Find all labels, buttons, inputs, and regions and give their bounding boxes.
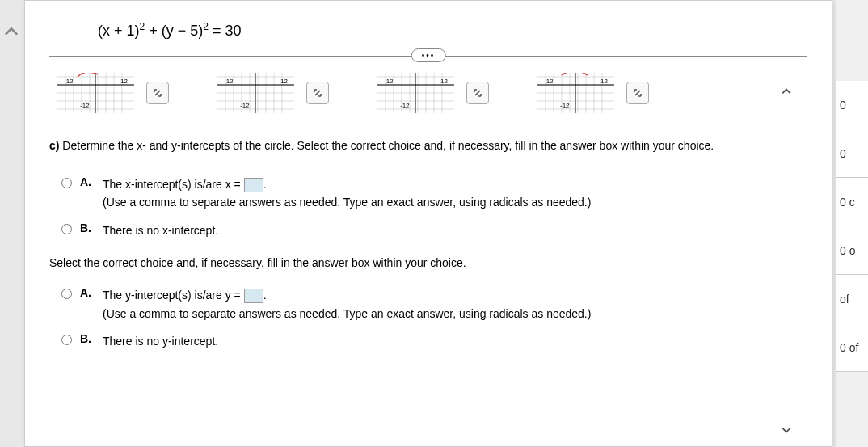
scroll-down-inner-button[interactable] [782,424,791,434]
sidebar-cell[interactable]: 0 [836,129,868,178]
y-intercept-choices: A. The y-intercept(s) is/are y = . (Use … [49,277,807,363]
svg-text:-12: -12 [400,102,410,109]
svg-text:12: 12 [120,78,128,85]
svg-text:-12: -12 [240,102,250,109]
expand-icon [472,87,483,99]
sidebar-cell[interactable]: 0 [836,81,868,129]
graph-thumbnail-1[interactable]: -12 12 -12 [57,73,134,113]
question-c-text: c) Determine the x- and y-intercepts of … [49,133,807,167]
x-intercept-radio-a[interactable] [61,178,72,188]
section-divider: ••• [49,56,807,57]
x-intercept-choices: A. The x-intercept(s) is/are x = . (Use … [49,167,807,252]
main-content-panel: (x + 1)2 + (y − 5)2 = 30 ••• -12 [24,0,832,447]
sidebar-cell[interactable]: 0 o [836,226,868,275]
svg-text:12: 12 [280,78,288,85]
choice-label-b: B. [80,332,95,345]
svg-text:-12: -12 [224,78,234,85]
svg-text:-12: -12 [384,78,394,85]
graph-thumbnail-3[interactable]: -12 12 -12 [377,73,454,113]
choice-label-a: A. [80,286,95,299]
graph-thumbnails-row: -12 12 -12 [49,61,807,133]
svg-text:-12: -12 [544,78,554,85]
x-intercept-choice-a-content: The x-intercept(s) is/are x = . (Use a c… [103,175,807,212]
sidebar-cell[interactable]: 0 of [836,323,868,372]
y-intercept-answer-box[interactable] [244,289,263,303]
y-intercept-choice-b-content: There is no y-intercept. [103,332,807,350]
x-intercept-answer-box[interactable] [244,178,263,192]
scroll-up-button[interactable] [4,24,19,39]
expand-graph-4-button[interactable] [626,82,649,104]
svg-text:-12: -12 [560,102,570,109]
right-sidebar: 0 0 0 c 0 o of 0 of [836,0,868,447]
y-intercept-choice-a-content: The y-intercept(s) is/are y = . (Use a c… [103,286,807,323]
instruction-2: Select the correct choice and, if necess… [49,252,807,277]
svg-text:12: 12 [440,78,448,85]
expand-icon [312,87,323,99]
svg-text:-12: -12 [64,78,74,85]
choice-label-a: A. [80,175,95,188]
x-intercept-choice-b-content: There is no x-intercept. [103,221,807,239]
svg-text:-12: -12 [80,102,90,109]
expand-icon [632,87,643,99]
x-intercept-radio-b[interactable] [61,224,72,234]
ellipsis-button[interactable]: ••• [411,48,446,62]
y-intercept-radio-a[interactable] [61,289,72,299]
expand-graph-2-button[interactable] [306,82,329,104]
sidebar-cell[interactable]: 0 c [836,178,868,226]
graph-thumbnail-4[interactable]: -12 12 -12 [537,73,614,113]
scroll-up-inner-button[interactable] [782,86,791,95]
graph-thumbnail-2[interactable]: -12 12 -12 [217,73,294,113]
choice-label-b: B. [80,221,95,234]
expand-graph-3-button[interactable] [466,82,489,104]
y-intercept-radio-b[interactable] [61,335,72,345]
sidebar-cell[interactable]: of [836,275,868,323]
svg-text:12: 12 [600,78,608,85]
expand-icon [152,87,163,99]
expand-graph-1-button[interactable] [146,82,169,104]
